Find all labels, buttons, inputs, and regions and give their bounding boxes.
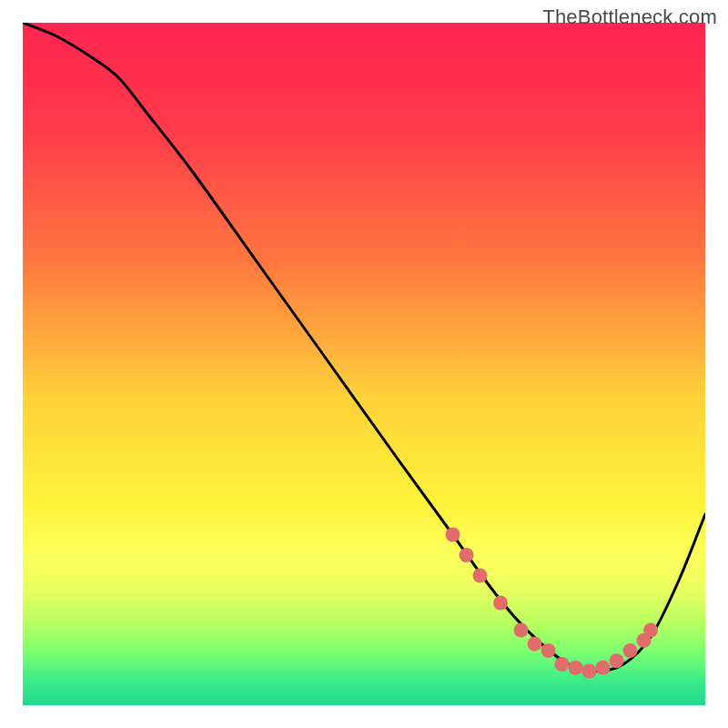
- highlight-marker: [643, 623, 658, 638]
- highlight-marker: [528, 637, 542, 652]
- highlight-marker: [493, 596, 508, 611]
- highlight-marker: [623, 643, 638, 658]
- highlight-marker: [582, 664, 597, 679]
- plot-area: [23, 23, 705, 705]
- highlight-marker: [473, 569, 488, 583]
- highlight-marker: [569, 661, 583, 675]
- gradient-background: [23, 23, 705, 705]
- highlight-marker: [541, 643, 556, 658]
- chart-container: TheBottleneck.com: [0, 0, 728, 728]
- highlight-marker: [596, 661, 611, 675]
- highlight-marker: [514, 623, 529, 638]
- highlight-marker: [610, 653, 624, 668]
- bottleneck-chart-svg: [23, 23, 705, 705]
- watermark-label: TheBottleneck.com: [542, 5, 717, 29]
- highlight-marker: [555, 657, 570, 672]
- highlight-marker: [446, 528, 460, 542]
- highlight-marker: [460, 548, 474, 562]
